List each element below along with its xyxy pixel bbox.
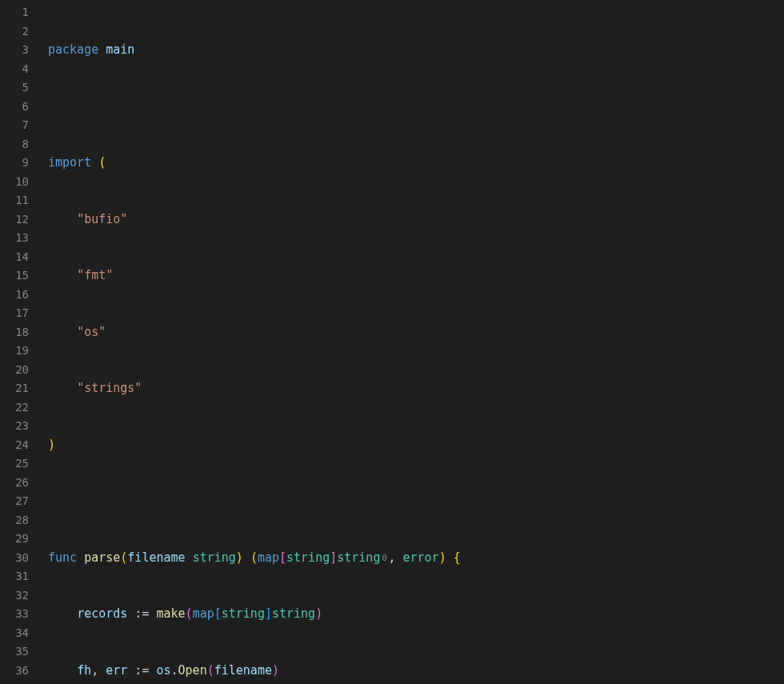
line-number: 2: [0, 22, 29, 42]
func-call: Open: [178, 663, 207, 678]
ident: err: [106, 663, 127, 678]
keyword-map: map: [258, 550, 279, 565]
line-number: 7: [0, 116, 29, 135]
code-line[interactable]: [48, 492, 554, 511]
line-number: 12: [0, 210, 29, 230]
line-number: 33: [0, 605, 29, 624]
line-number: 13: [0, 229, 29, 248]
line-number: 31: [0, 567, 29, 586]
line-number: 6: [0, 98, 29, 117]
line-number: 29: [0, 530, 29, 549]
line-number: 9: [0, 154, 29, 173]
code-line[interactable]: fh, err := os.Open(filename): [48, 662, 554, 681]
line-number: 26: [0, 474, 29, 493]
line-number: 18: [0, 323, 29, 342]
module: os: [156, 663, 170, 678]
code-line[interactable]: "bufio": [48, 210, 554, 230]
line-number: 34: [0, 624, 29, 643]
line-number: 17: [0, 304, 29, 323]
line-number: 8: [0, 135, 29, 154]
code-line[interactable]: "os": [48, 323, 554, 342]
line-number: 19: [0, 342, 29, 361]
line-number: 24: [0, 436, 29, 455]
string: "os": [77, 325, 106, 339]
keyword-map: map: [193, 606, 214, 621]
param: filename: [127, 550, 185, 565]
type: string: [193, 550, 236, 565]
line-number: 32: [0, 586, 29, 606]
string: "strings": [77, 381, 142, 395]
type: string: [286, 550, 330, 565]
line-number: 3: [0, 41, 29, 60]
func-name: parse: [84, 550, 120, 565]
ident: filename: [214, 663, 272, 678]
line-number: 5: [0, 78, 29, 98]
code-line[interactable]: import (: [48, 154, 554, 173]
type: error: [403, 550, 439, 565]
line-number: 16: [0, 286, 29, 305]
line-number: 28: [0, 511, 29, 530]
line-number: 1: [0, 3, 29, 22]
line-number: 36: [0, 662, 29, 681]
line-number: 20: [0, 361, 29, 380]
line-number-gutter: 1234567891011121314151617181920212223242…: [0, 0, 40, 684]
ident: main: [106, 42, 134, 57]
keyword-import: import: [48, 155, 91, 170]
code-line[interactable]: ): [48, 436, 554, 455]
line-number: 14: [0, 248, 29, 267]
line-number: 23: [0, 417, 29, 436]
line-number: 4: [0, 60, 29, 79]
string: "fmt": [77, 268, 113, 282]
line-number: 22: [0, 398, 29, 418]
keyword-func: func: [48, 550, 77, 565]
code-editor[interactable]: 1234567891011121314151617181920212223242…: [0, 0, 784, 684]
line-number: 35: [0, 642, 29, 662]
keyword-package: package: [48, 42, 98, 57]
string: "bufio": [77, 212, 127, 226]
func-call: make: [156, 606, 185, 621]
ident: records: [77, 606, 127, 621]
code-line[interactable]: func parse(filename string) (map[string]…: [48, 549, 554, 568]
code-line[interactable]: [48, 98, 554, 117]
line-number: 11: [0, 191, 29, 210]
codelens-badge[interactable]: 0: [380, 549, 388, 568]
line-number: 27: [0, 492, 29, 511]
line-number: 15: [0, 266, 29, 286]
line-number: 30: [0, 549, 29, 568]
ident: fh: [77, 663, 91, 678]
line-number: 21: [0, 379, 29, 398]
type: string: [337, 550, 380, 565]
line-number: 25: [0, 454, 29, 474]
type: string: [272, 606, 315, 621]
type: string: [222, 606, 265, 621]
line-number: 10: [0, 173, 29, 192]
code-line[interactable]: "fmt": [48, 266, 554, 286]
code-line[interactable]: package main: [48, 41, 554, 60]
code-line[interactable]: "strings": [48, 379, 554, 398]
code-area[interactable]: package main import ( "bufio" "fmt" "os"…: [40, 0, 554, 684]
code-line[interactable]: records := make(map[string]string): [48, 605, 554, 624]
